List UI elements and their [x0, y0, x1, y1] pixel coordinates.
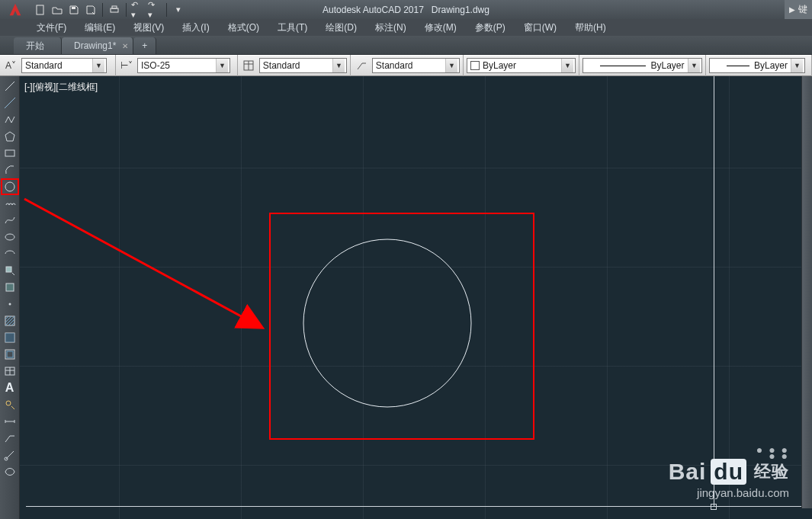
tool-polygon[interactable]	[2, 130, 18, 143]
qat-more-icon[interactable]: ▾	[172, 3, 185, 17]
new-icon[interactable]	[34, 3, 47, 17]
tool-dimension[interactable]	[2, 415, 18, 428]
tool-multileader[interactable]	[2, 431, 18, 445]
save-icon[interactable]	[67, 3, 81, 17]
window-title: Autodesk AutoCAD 2017 Drawing1.dwg	[323, 5, 489, 15]
linetype-value: ByLayer	[650, 60, 684, 71]
svg-rect-13	[6, 267, 11, 272]
svg-point-15	[8, 303, 11, 306]
menu-dim[interactable]: 标注(N)	[375, 21, 406, 34]
menu-edit[interactable]: 编辑(E)	[85, 21, 115, 34]
tab-drawing1[interactable]: Drawing1* ✕	[62, 37, 133, 54]
tool-insert-block[interactable]	[2, 264, 18, 277]
annotation-rectangle	[269, 213, 534, 440]
tool-revcloud[interactable]	[2, 197, 18, 210]
svg-point-12	[5, 234, 14, 240]
watermark-brand-left: Bai	[669, 459, 707, 485]
vertical-scrollbar[interactable]	[801, 76, 812, 508]
chevron-down-icon: ▼	[216, 59, 228, 72]
layer-color-value: ByLayer	[483, 60, 516, 71]
svg-rect-0	[37, 5, 43, 14]
chevron-down-icon: ▼	[561, 59, 573, 72]
mleader-style-value: Standard	[376, 60, 413, 71]
menu-window[interactable]: 窗口(W)	[524, 21, 557, 34]
close-icon[interactable]: ✕	[122, 42, 128, 50]
tool-add-selected[interactable]	[2, 398, 18, 412]
tool-circle[interactable]	[2, 180, 18, 194]
svg-line-7	[5, 82, 14, 91]
tool-table[interactable]	[2, 364, 18, 378]
tool-polyline[interactable]	[2, 113, 18, 127]
chevron-down-icon: ▼	[791, 59, 803, 72]
plot-icon[interactable]	[108, 3, 121, 17]
text-style-dropdown[interactable]: Standard ▼	[21, 58, 107, 73]
svg-rect-20	[7, 351, 13, 357]
dim-style-dropdown[interactable]: ISO-25 ▼	[137, 58, 230, 73]
watermark-url: jingyan.baidu.com	[669, 486, 789, 499]
document-name: Drawing1.dwg	[432, 5, 489, 15]
menu-help[interactable]: 帮助(H)	[575, 21, 606, 34]
mleader-style-dropdown[interactable]: Standard ▼	[372, 58, 460, 73]
tool-spline[interactable]	[2, 213, 18, 227]
undo-icon[interactable]: ↶ ▾	[131, 3, 145, 17]
text-style-value: Standard	[25, 60, 63, 71]
tool-wipeout[interactable]	[2, 465, 18, 479]
chevron-down-icon: ▼	[445, 59, 457, 72]
menu-insert[interactable]: 插入(I)	[182, 21, 209, 34]
tool-ellipse-arc[interactable]	[2, 247, 18, 261]
tab-start[interactable]: 开始	[14, 37, 62, 54]
app-logo[interactable]	[0, 0, 30, 19]
tool-make-block[interactable]	[2, 280, 18, 294]
menu-tools[interactable]: 工具(T)	[278, 21, 307, 34]
drawing-canvas[interactable]: [-][俯视][二维线框] ● ● ● ● ● Baidu 经验 jingyan…	[20, 76, 812, 519]
draw-toolbar: A	[0, 76, 20, 519]
tool-ellipse[interactable]	[2, 230, 18, 244]
svg-rect-14	[6, 284, 14, 291]
svg-marker-9	[5, 132, 14, 141]
dim-style-icon[interactable]: ⊢˅	[119, 57, 134, 74]
tool-point[interactable]	[2, 297, 18, 311]
tool-gradient[interactable]	[2, 331, 18, 344]
tool-text[interactable]: A	[2, 381, 18, 395]
tool-region[interactable]	[2, 348, 18, 361]
watermark-brand-cn: 经验	[754, 460, 789, 483]
quick-access-toolbar: ↶ ▾ ↷ ▾ ▾	[30, 3, 185, 17]
title-right-label: 键	[798, 3, 807, 16]
title-right-button[interactable]: ▶ 键	[785, 0, 812, 19]
lineweight-dropdown[interactable]: ByLayer ▼	[709, 58, 805, 73]
line-sample-icon	[727, 66, 749, 66]
open-icon[interactable]	[50, 3, 64, 17]
table-style-icon[interactable]	[241, 57, 256, 74]
watermark-brand-mid: du	[711, 459, 746, 485]
file-tab-bar: 开始 Drawing1* ✕ +	[0, 36, 812, 55]
redo-icon[interactable]: ↷ ▾	[148, 3, 162, 17]
tool-xline[interactable]	[2, 96, 18, 110]
table-style-dropdown[interactable]: Standard ▼	[259, 58, 347, 73]
line-sample-icon	[600, 66, 646, 66]
watermark: ● ● ● ● ● Baidu 经验 jingyan.baidu.com	[669, 447, 789, 499]
tool-line[interactable]	[2, 79, 18, 93]
chevron-down-icon: ▼	[332, 59, 345, 72]
tool-hatch[interactable]	[2, 314, 18, 328]
mleader-style-icon[interactable]	[354, 57, 369, 74]
layer-color-dropdown[interactable]: ByLayer ▼	[467, 58, 576, 73]
tab-start-label: 开始	[26, 40, 44, 53]
menu-view[interactable]: 视图(V)	[133, 21, 164, 34]
menu-param[interactable]: 参数(P)	[475, 21, 505, 34]
tool-arc[interactable]	[2, 163, 18, 177]
tool-attach[interactable]	[2, 448, 18, 462]
menu-file[interactable]: 文件(F)	[37, 21, 66, 34]
svg-rect-2	[111, 8, 118, 12]
menu-format[interactable]: 格式(O)	[228, 21, 259, 34]
tab-drawing1-label: Drawing1*	[74, 40, 116, 51]
dim-style-value: ISO-25	[141, 60, 170, 71]
tool-rectangle[interactable]	[2, 146, 18, 160]
menu-draw[interactable]: 绘图(D)	[326, 21, 357, 34]
crosshair-vertical	[714, 76, 714, 507]
chevron-down-icon: ▼	[92, 59, 104, 72]
tab-add[interactable]: +	[133, 37, 156, 54]
linetype-dropdown[interactable]: ByLayer ▼	[583, 58, 702, 73]
saveas-icon[interactable]	[84, 3, 98, 17]
text-style-icon[interactable]: A˅	[3, 57, 18, 74]
menu-modify[interactable]: 修改(M)	[425, 21, 457, 34]
